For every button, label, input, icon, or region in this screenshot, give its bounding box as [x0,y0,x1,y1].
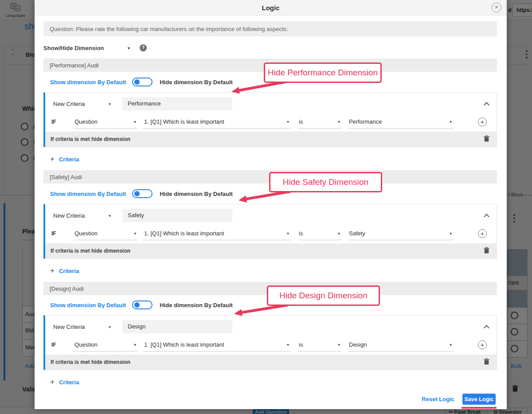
if-label: IF [51,342,74,348]
hide-default-label: Hide dimension By Default [160,191,233,197]
collapse-card-icon[interactable] [484,214,489,219]
criteria-met-text: If criteria is met hide dimension [51,248,130,254]
condition-question-dropdown[interactable]: 1. [Q1] Which is least important▾ [143,338,291,352]
annotation-hide-design: Hide Design Dimension [267,285,380,306]
add-criteria-button[interactable]: + Criteria [43,266,497,275]
chevron-down-icon: ▾ [338,342,340,347]
show-default-label[interactable]: Show dimension By Default [50,79,126,86]
criteria-type-dropdown[interactable]: New Criteria ▾ [53,212,111,219]
chevron-down-icon: ▾ [450,342,452,347]
default-visibility-toggle[interactable] [132,78,153,86]
if-label: IF [51,230,74,237]
condition-subject-dropdown[interactable]: Question▾ [74,227,138,240]
show-default-label[interactable]: Show dimension By Default [50,302,126,309]
chevron-down-icon: ▾ [450,231,452,236]
criteria-card-performance: New Criteria ▾ Performance IF Question▾ … [43,92,497,147]
chevron-down-icon: ▾ [287,119,289,124]
show-default-label[interactable]: Show dimension By Default [50,191,126,197]
condition-subject-dropdown[interactable]: Question▾ [74,115,138,129]
collapse-card-icon[interactable] [484,102,489,108]
chevron-down-icon: ▾ [109,324,111,329]
chevron-down-icon: ▾ [338,231,340,236]
chevron-down-icon: ▾ [134,342,136,347]
chevron-down-icon: ▾ [109,213,111,218]
plus-icon: + [50,266,55,275]
hide-default-label: Hide dimension By Default [160,79,233,86]
chevron-down-icon: ▾ [134,231,136,236]
add-criteria-button[interactable]: + Criteria [43,378,497,387]
condition-question-dropdown[interactable]: 1. [Q1] Which is least important▾ [143,115,291,129]
criteria-name-input[interactable]: Design [122,320,232,333]
plus-icon: + [50,155,55,164]
modal-footer: Reset Logic Save Logic [43,394,497,405]
chevron-down-icon: ▾ [134,119,136,124]
condition-value-dropdown[interactable]: Performance▾ [348,115,454,129]
collapse-card-icon[interactable] [484,325,489,331]
chevron-down-icon: ▾ [338,119,340,124]
annotation-hide-performance: Hide Performance Dimension [264,62,382,83]
logic-type-row: Show/Hide Dimension ▾ ? [43,42,497,54]
delete-criteria-icon[interactable] [484,135,489,143]
logic-type-dropdown[interactable]: Show/Hide Dimension ▾ [43,45,130,51]
condition-subject-dropdown[interactable]: Question▾ [74,338,138,352]
criteria-name-input[interactable]: Performance [122,97,232,110]
chevron-down-icon: ▾ [128,46,130,51]
condition-value-dropdown[interactable]: Design▾ [348,338,454,352]
add-condition-icon[interactable]: + [478,229,487,238]
reset-logic-link[interactable]: Reset Logic [422,396,454,402]
add-condition-icon[interactable]: + [478,117,487,126]
criteria-met-text: If criteria is met hide dimension [51,359,130,365]
modal-header: Logic ✕ [35,0,507,16]
criteria-name-input[interactable]: Safety [122,209,232,222]
default-visibility-toggle[interactable] [132,189,153,198]
condition-operator-dropdown[interactable]: is▾ [298,115,342,129]
chevron-down-icon: ▾ [109,102,111,106]
hide-default-label: Hide dimension By Default [160,302,233,309]
annotation-hide-safety: Hide Safety Dimension [269,172,382,192]
modal-title: Logic [35,0,507,16]
default-visibility-toggle[interactable] [132,301,153,309]
if-label: IF [51,119,74,125]
condition-value-dropdown[interactable]: Safety▾ [348,227,454,240]
chevron-down-icon: ▾ [287,231,289,236]
chevron-down-icon: ▾ [287,342,289,347]
add-condition-icon[interactable]: + [478,340,487,349]
criteria-type-dropdown[interactable]: New Criteria ▾ [53,101,111,107]
condition-question-dropdown[interactable]: 1. [Q1] Which is least important▾ [143,227,291,240]
delete-criteria-icon[interactable] [484,358,489,366]
plus-icon: + [50,378,55,387]
criteria-card-safety: New Criteria ▾ Safety IF Question▾ 1. [Q… [43,204,497,259]
condition-operator-dropdown[interactable]: is▾ [298,227,342,240]
question-context-bar: Question: Please rate the following car … [43,21,497,36]
help-icon[interactable]: ? [140,44,147,51]
criteria-met-text: If criteria is met hide dimension [51,136,130,142]
criteria-type-dropdown[interactable]: New Criteria ▾ [53,324,111,330]
delete-criteria-icon[interactable] [484,247,489,255]
close-icon[interactable]: ✕ [492,3,501,12]
criteria-card-design: New Criteria ▾ Design IF Question▾ 1. [Q… [43,315,497,370]
save-logic-button[interactable]: Save Logic [462,394,496,405]
chevron-down-icon: ▾ [450,119,452,124]
condition-operator-dropdown[interactable]: is▾ [298,338,342,352]
add-criteria-button[interactable]: + Criteria [43,155,497,164]
